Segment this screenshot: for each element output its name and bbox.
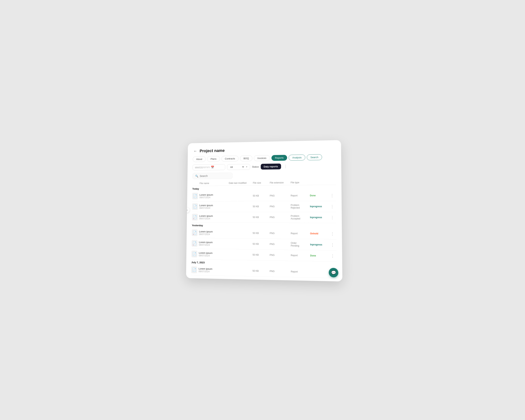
row-more-icon[interactable]: ⋮	[330, 243, 336, 247]
tab-analysis[interactable]: Analysis	[289, 155, 305, 161]
search-icon: 🔍	[195, 175, 198, 177]
file-size: 50 KB	[253, 253, 270, 256]
tab-invoices[interactable]: Invoices	[254, 155, 270, 161]
file-type: Report	[291, 194, 310, 197]
file-name: Lorem ipsum	[199, 251, 228, 254]
file-icon: 📄⚠	[192, 214, 198, 221]
table-row: 📄⚠Lorem ipsum08/07/202450 KBPNGReportOnh…	[192, 227, 336, 239]
filters-row: MM/DD/YYYY 📅 All Done Inprogress Onhold …	[193, 162, 336, 170]
file-icon: 📄	[192, 193, 198, 199]
date-filter-wrap[interactable]: MM/DD/YYYY 📅	[193, 164, 225, 170]
column-headers: File name Date last modified File size F…	[192, 180, 336, 186]
collapse-handle[interactable]: «	[186, 207, 189, 213]
warning-badge-icon: ⚠	[192, 217, 195, 220]
file-icon: 📄⚠	[192, 229, 197, 236]
tab-about[interactable]: About	[193, 156, 206, 162]
file-size: 50 KB	[253, 205, 270, 208]
section-label-0: Today	[192, 187, 336, 190]
file-icon: 📄	[192, 203, 198, 210]
header-row: ← Project name	[193, 146, 336, 154]
col-date: Date last modified	[229, 182, 253, 184]
search-button[interactable]: Search	[307, 154, 322, 160]
status-badge: Done	[310, 254, 330, 257]
col-type: File type	[291, 181, 310, 184]
back-button[interactable]: ←	[193, 148, 198, 154]
file-name: Lorem ipsum	[199, 204, 229, 207]
daily-reports-button[interactable]: Daiy reports	[261, 163, 281, 169]
file-date: 08/07/2024	[199, 254, 228, 257]
file-icon: 📄	[191, 251, 197, 257]
row-more-icon[interactable]: ⋮	[330, 215, 336, 220]
file-type: Report	[291, 232, 310, 235]
warning-badge-icon: ⚠	[192, 244, 195, 246]
row-more-icon[interactable]: ⋮	[329, 204, 335, 209]
main-card: « ← Project name About Plans Contracts B…	[186, 140, 342, 281]
search-bar-row: 🔍	[192, 171, 336, 179]
col-extension: File extension	[270, 181, 291, 184]
file-extension: PNG	[270, 205, 291, 208]
col-size: File size	[253, 181, 270, 184]
file-date: 08/07/2024	[199, 207, 229, 209]
file-date: 08/07/2024	[199, 217, 228, 220]
chat-fab-button[interactable]: 💬	[329, 268, 338, 278]
file-extension: PNG	[270, 232, 291, 235]
table-row: 📄⚠Lorem ipsum08/07/202450 KBPNGOrder Pen…	[191, 238, 336, 251]
tab-boq[interactable]: BOQ	[240, 156, 253, 161]
table-row: 📄Lorem ipsum08/07/202450 KBPNGReportDone…	[191, 249, 337, 262]
file-extension: PNG	[270, 216, 291, 219]
file-extension: PNG	[270, 243, 291, 246]
file-type: Problem Rejected	[291, 204, 310, 209]
status-badge: Inprogress	[310, 216, 330, 219]
row-more-icon[interactable]: ⋮	[330, 253, 336, 258]
col-file-name: File name	[200, 182, 229, 185]
status-filter-wrap[interactable]: All Done Inprogress Onhold ▼	[227, 164, 250, 170]
table-row: 📄⚠Lorem ipsum08/07/202450 KBPNGProblem A…	[192, 212, 336, 223]
section-label-1: Yesterday	[192, 224, 336, 227]
file-size: 50 KB	[253, 194, 270, 197]
file-name: Lorem ipsum	[199, 193, 229, 196]
file-date: 08/07/2024	[199, 233, 228, 236]
calendar-icon: 📅	[211, 166, 214, 169]
status-select[interactable]: All Done Inprogress Onhold	[229, 165, 244, 169]
tab-contracts[interactable]: Contracts	[221, 156, 238, 162]
status-badge	[310, 272, 330, 272]
file-icon: 📄	[191, 266, 197, 273]
date-placeholder: MM/DD/YYYY	[195, 166, 210, 169]
chevron-down-icon: ▼	[246, 166, 248, 168]
status-badge: Inprogress	[310, 243, 330, 246]
nav-tabs-area: About Plans Contracts BOQ Invoices Repor…	[193, 154, 336, 162]
row-more-icon[interactable]: ⋮	[330, 232, 336, 236]
file-name: Lorem ipsum	[199, 241, 228, 244]
file-type: Problem Accepted	[291, 215, 310, 220]
page-title: Project name	[200, 148, 225, 153]
file-name: Lorem ipsum	[199, 230, 228, 233]
search-input[interactable]	[200, 174, 230, 177]
status-label: Status	[252, 165, 259, 168]
warning-badge-icon: ⚠	[192, 233, 195, 236]
file-size: 50 KB	[253, 216, 270, 219]
col-status	[310, 184, 329, 184]
status-badge: Onhold	[310, 232, 330, 235]
file-date: 08/07/2024	[199, 243, 228, 247]
status-badge: Done	[310, 194, 329, 197]
file-name: Lorem ipsum	[199, 215, 228, 217]
row-more-icon[interactable]: ⋮	[329, 193, 335, 198]
tab-plans[interactable]: Plans	[207, 156, 220, 162]
more-options-icon[interactable]: ⋮	[283, 164, 288, 168]
file-date: 08/07/2024	[198, 270, 228, 273]
file-type: Report	[291, 254, 310, 257]
file-date: 08/07/2024	[199, 196, 229, 199]
status-badge: Inprogress	[310, 205, 329, 208]
file-extension: PNG	[270, 270, 291, 273]
chat-icon: 💬	[331, 270, 336, 275]
file-icon: 📄⚠	[192, 240, 197, 247]
table-row: 📄Lorem ipsum08/07/202450 KBPNGReportDone…	[192, 190, 336, 201]
search-input-wrap[interactable]: 🔍	[192, 172, 233, 179]
file-size: 50 KB	[253, 243, 270, 245]
file-extension: PNG	[270, 194, 291, 197]
table-row: 📄Lorem ipsum08/07/202450 KBPNGProblem Re…	[192, 201, 336, 212]
file-extension: PNG	[270, 254, 291, 257]
file-type: Report	[291, 270, 310, 273]
tab-reports[interactable]: Reports	[271, 155, 287, 161]
file-sections: Today📄Lorem ipsum08/07/202450 KBPNGRepor…	[191, 187, 337, 278]
